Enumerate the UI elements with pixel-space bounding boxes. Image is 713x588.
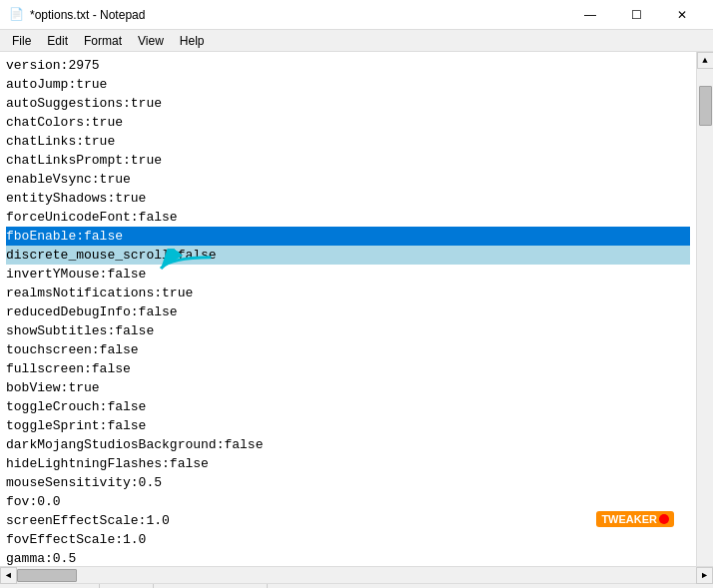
code-line: gamma:0.5	[6, 549, 690, 566]
code-line: toggleSprint:false	[6, 416, 690, 435]
scroll-up-button[interactable]: ▲	[697, 52, 714, 69]
scrollbar-vertical[interactable]: ▲	[696, 52, 713, 566]
menu-edit[interactable]: Edit	[39, 32, 76, 50]
app-icon: 📄	[8, 7, 24, 23]
code-line: chatLinksPrompt:true	[6, 151, 690, 170]
scroll-right-button[interactable]: ►	[696, 567, 713, 584]
title-bar: 📄 *options.txt - Notepad — ☐ ✕	[0, 0, 713, 30]
menu-help[interactable]: Help	[172, 32, 213, 50]
window-controls: — ☐ ✕	[567, 0, 705, 30]
code-line: showSubtitles:false	[6, 321, 690, 340]
editor-content[interactable]: version:2975autoJump:trueautoSuggestions…	[0, 52, 696, 566]
code-line: toggleCrouch:false	[6, 397, 690, 416]
code-line: darkMojangStudiosBackground:false	[6, 435, 690, 454]
code-line: autoSuggestions:true	[6, 94, 690, 113]
code-line: bobView:true	[6, 378, 690, 397]
maximize-button[interactable]: ☐	[613, 0, 659, 30]
code-line: chatLinks:true	[6, 132, 690, 151]
code-line: discrete_mouse_scroll:false	[6, 246, 690, 265]
code-line: touchscreen:false	[6, 340, 690, 359]
status-encoding: UTF-8	[270, 584, 324, 588]
code-line: enableVsync:true	[6, 170, 690, 189]
code-lines: version:2975autoJump:trueautoSuggestions…	[6, 56, 690, 566]
close-button[interactable]: ✕	[659, 0, 705, 30]
code-line: invertYMouse:false	[6, 265, 690, 284]
code-line: reducedDebugInfo:false	[6, 302, 690, 321]
code-line: realmsNotifications:true	[6, 284, 690, 302]
code-line: entityShadows:true	[6, 189, 690, 208]
scroll-h-track	[17, 567, 696, 583]
menu-view[interactable]: View	[130, 32, 172, 50]
code-line: fov:0.0	[6, 492, 690, 511]
menu-file[interactable]: File	[4, 32, 39, 50]
scroll-thumb-horizontal[interactable]	[17, 569, 77, 582]
code-line: autoJump:true	[6, 75, 690, 94]
tweaker-dot	[659, 514, 669, 524]
tweaker-badge: TWEAKER	[596, 511, 674, 527]
status-bar: Ln 10, Col 16 100% Windows (CRLF) UTF-8	[0, 583, 713, 588]
code-line: screenEffectScale:1.0	[6, 511, 690, 530]
code-line: fboEnable:false	[6, 227, 690, 246]
code-line: fullscreen:false	[6, 359, 690, 378]
status-position: Ln 10, Col 16	[8, 584, 100, 588]
code-line: fovEffectScale:1.0	[6, 530, 690, 549]
status-zoom: 100%	[102, 584, 154, 588]
minimize-button[interactable]: —	[567, 0, 613, 30]
menu-format[interactable]: Format	[76, 32, 130, 50]
tweaker-label: TWEAKER	[601, 513, 657, 525]
scrollbar-horizontal[interactable]: ◄ ►	[0, 566, 713, 583]
status-line-ending: Windows (CRLF)	[156, 584, 268, 588]
scroll-left-button[interactable]: ◄	[0, 567, 17, 584]
scroll-thumb-vertical[interactable]	[699, 86, 712, 126]
menu-bar: File Edit Format View Help	[0, 30, 713, 52]
code-line: chatColors:true	[6, 113, 690, 132]
editor-container: version:2975autoJump:trueautoSuggestions…	[0, 52, 713, 566]
code-line: hideLightningFlashes:false	[6, 454, 690, 473]
code-line: forceUnicodeFont:false	[6, 208, 690, 227]
window-title: *options.txt - Notepad	[30, 8, 567, 22]
code-line: version:2975	[6, 56, 690, 75]
code-line: mouseSensitivity:0.5	[6, 473, 690, 492]
